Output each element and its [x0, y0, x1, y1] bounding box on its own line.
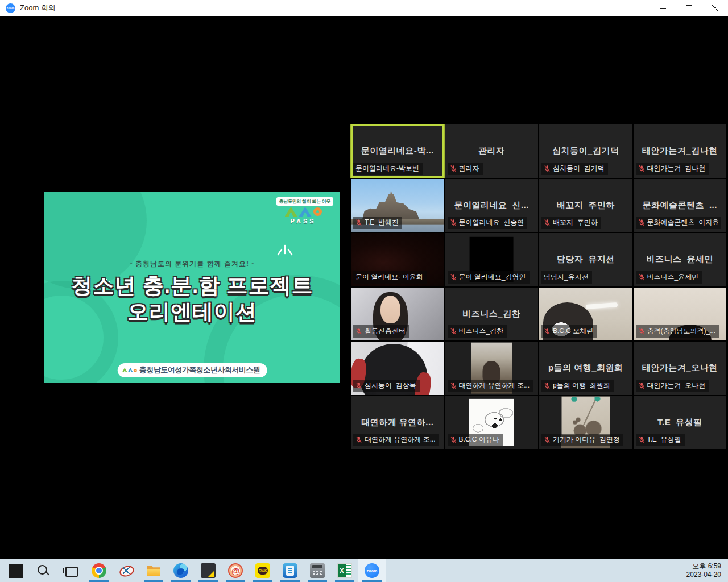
- participant-tile[interactable]: 거기가 어디유_김연정: [539, 396, 632, 450]
- participant-tile[interactable]: 태연하게 유연하게 조...: [445, 342, 539, 395]
- participant-label-text: 문이열리네요-박보빈: [355, 164, 419, 173]
- slide-footer-organization: 충청남도여성가족청소년사회서비스원: [118, 363, 267, 377]
- participant-name-label: 문이 열리네요_강영인: [448, 271, 530, 284]
- window-controls: [650, 0, 728, 16]
- participant-tile[interactable]: 문이열리네요-박... 문이열리네요-박보빈: [351, 124, 444, 178]
- zoom-app-icon: zoom: [6, 3, 15, 13]
- participant-label-text: 문이 열리네요_강영인: [459, 272, 526, 282]
- muted-mic-icon: [450, 327, 457, 335]
- participant-label-text: 심치둥이_김기덕: [553, 164, 605, 173]
- participant-label-text: 문화예술콘텐츠_이지효: [647, 218, 718, 227]
- participant-tile[interactable]: 심치둥이_김기덕 심치둥이_김기덕: [539, 124, 632, 178]
- participant-name-label: 활동진흥센터: [353, 325, 409, 338]
- participant-tile[interactable]: 문이열리네요_신... 문이열리네요_신승연: [445, 179, 539, 232]
- kakaotalk-icon: [255, 563, 270, 578]
- participant-label-text: 활동진흥센터: [365, 326, 406, 336]
- muted-mic-icon: [544, 165, 551, 172]
- close-button[interactable]: [702, 0, 728, 16]
- participant-tile[interactable]: B.C.C 오채린: [539, 288, 632, 341]
- taskbar-task-view-icon[interactable]: [57, 559, 84, 582]
- taskbar-edge-icon[interactable]: [167, 559, 195, 582]
- participant-name-label: 담당자_유지선: [541, 271, 592, 284]
- chrome-icon: [92, 563, 106, 578]
- slide-title: 청소년 충.분.함 프로젝트 오리엔테이션: [44, 273, 340, 325]
- taskbar-chrome-icon[interactable]: [85, 559, 113, 582]
- participant-tile[interactable]: 문이 열리네요- 이윤희: [351, 233, 444, 286]
- taskbar-clock[interactable]: 오후 6:59 2023-04-20: [686, 562, 721, 579]
- participant-label-text: 심치둥이_김상목: [365, 381, 416, 390]
- ebook-icon: [283, 563, 297, 578]
- participant-name-label: 배꼬지_주민하: [541, 217, 601, 229]
- participant-name-label: 태안가는겨_오나현: [636, 380, 709, 392]
- clock-date: 2023-04-20: [686, 571, 721, 579]
- taskbar-start-icon[interactable]: [2, 559, 30, 582]
- taskbar-kakaotalk-icon[interactable]: [249, 559, 276, 582]
- participant-tile[interactable]: p들의 여행_최원희 p들의 여행_최원희: [539, 342, 632, 395]
- muted-mic-icon: [355, 327, 362, 335]
- sticky-notes-icon: [201, 563, 216, 578]
- participant-tile[interactable]: T.E_유성필 T.E_유성필: [634, 396, 727, 450]
- task-view-icon: [63, 563, 78, 578]
- participant-tile[interactable]: 태연하게 유연하... 태연하게 유연하게 조...: [351, 396, 444, 450]
- slide-slogan-badge: 충남도민의 힘이 되는 이웃: [276, 197, 333, 206]
- participant-tile[interactable]: 심치둥이_김상목: [351, 342, 444, 395]
- taskbar-snipping-tool-icon[interactable]: [113, 559, 140, 582]
- logo-sun-icon: [313, 207, 322, 216]
- muted-mic-icon: [638, 327, 645, 335]
- participant-label-text: 문이열리네요_신승연: [459, 218, 524, 227]
- participant-tile[interactable]: 비즈니스_윤세민 비즈니스_윤세민: [634, 233, 727, 286]
- excel-icon: [337, 563, 352, 578]
- start-icon: [9, 564, 23, 578]
- windows-taskbar: 오후 6:59 2023-04-20: [0, 559, 728, 582]
- sparkle-decoration: [275, 241, 295, 258]
- footer-logo-icon: [122, 368, 137, 372]
- participant-tile[interactable]: 태안가는겨_김나현 태안가는겨_김나현: [634, 124, 727, 178]
- taskbar-search-icon[interactable]: [30, 559, 57, 582]
- minimize-button[interactable]: [650, 0, 676, 16]
- participant-tile[interactable]: 비즈니스_김찬 비즈니스_김찬: [445, 288, 539, 341]
- taskbar-sticky-notes-icon[interactable]: [195, 559, 222, 582]
- participant-name-label: 문이 열리네요- 이윤희: [353, 271, 427, 284]
- taskbar-excel-icon[interactable]: [331, 559, 358, 582]
- taskbar-ebook-icon[interactable]: [276, 559, 304, 582]
- pass-logo-text: PASS: [279, 218, 328, 225]
- muted-mic-icon: [544, 382, 551, 389]
- participant-tile[interactable]: 관리자 관리자: [445, 124, 539, 178]
- taskbar-zoom-app-icon[interactable]: [358, 559, 386, 582]
- clock-time: 오후 6:59: [686, 562, 721, 571]
- participant-label-text: p들의 여행_최원희: [553, 381, 610, 390]
- muted-mic-icon: [450, 382, 457, 389]
- participant-tile[interactable]: 담당자_유지선 담당자_유지선: [539, 233, 632, 286]
- maximize-button[interactable]: [676, 0, 702, 16]
- participant-tile[interactable]: 문화예술콘텐츠_... 문화예술콘텐츠_이지효: [634, 179, 727, 232]
- taskbar-file-explorer-icon[interactable]: [140, 559, 167, 582]
- muted-mic-icon: [450, 436, 457, 443]
- muted-mic-icon: [450, 165, 457, 172]
- muted-mic-icon: [450, 219, 457, 226]
- participant-name-label: 비즈니스_윤세민: [636, 271, 702, 284]
- participant-tile[interactable]: 태안가는겨_오나현 태안가는겨_오나현: [634, 342, 727, 395]
- participant-tile[interactable]: 충격(충청남도의격)_...: [634, 288, 727, 341]
- participant-label-text: 관리자: [459, 164, 479, 173]
- titlebar-app-identity: zoom Zoom 회의: [0, 3, 56, 13]
- file-explorer-icon: [146, 563, 161, 578]
- participant-label-text: 태연하게 유연하게 조...: [365, 435, 435, 444]
- search-icon: [36, 563, 51, 578]
- participant-grid: 문이열리네요-박... 문이열리네요-박보빈 관리자 관리자 심치둥이_김기덕: [351, 124, 726, 449]
- participant-tile[interactable]: 문이 열리네요_강영인: [445, 233, 539, 286]
- taskbar-calculator-icon[interactable]: [304, 559, 331, 582]
- participant-name-label: 심치둥이_김상목: [353, 380, 420, 392]
- participant-label-text: 배꼬지_주민하: [553, 218, 598, 227]
- zoom-app-icon: [365, 563, 379, 578]
- participant-tile[interactable]: T.E_반혜진: [351, 179, 444, 232]
- participant-name-label: 관리자: [448, 163, 483, 175]
- muted-mic-icon: [544, 436, 551, 443]
- slide-title-line2: 오리엔테이션: [44, 299, 340, 325]
- taskbar-mail-at-icon[interactable]: [222, 559, 249, 582]
- participant-tile[interactable]: B.C.C 이유나: [445, 396, 539, 450]
- window-titlebar: zoom Zoom 회의: [0, 0, 728, 16]
- participant-tile[interactable]: 활동진흥센터: [351, 288, 444, 341]
- participant-name-label: 충격(충청남도의격)_...: [636, 325, 719, 338]
- participant-tile[interactable]: 배꼬지_주민하 배꼬지_주민하: [539, 179, 632, 232]
- participant-label-text: 비즈니스_김찬: [459, 326, 504, 336]
